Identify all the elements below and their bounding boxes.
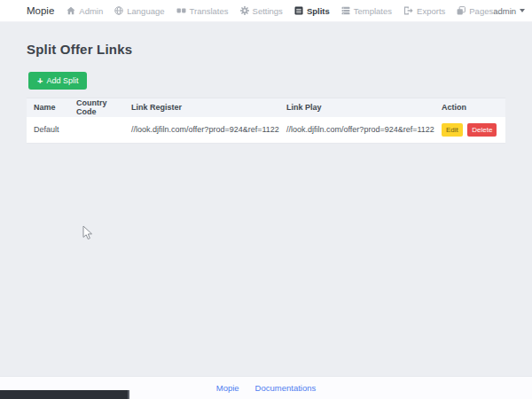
cell-link-register: //look.djfiln.com/offer?prod=924&ref=112… (124, 117, 279, 144)
add-split-button[interactable]: + Add Split (28, 72, 87, 90)
nav-item-translates[interactable]: Translates (176, 6, 229, 16)
stack-icon (341, 6, 350, 15)
column-header-link-play: Link Play (279, 98, 434, 117)
splits-table: Name Country Code Link Register Link Pla… (27, 98, 505, 144)
nav-item-label: Language (127, 6, 164, 16)
footer-link-documentations[interactable]: Documentations (255, 383, 317, 393)
cell-link-play: //look.djfiln.com/offer?prod=924&ref=112… (279, 117, 434, 144)
cell-actions: Edit Delete (434, 117, 505, 144)
user-dropdown-label: admin (493, 6, 516, 16)
add-split-button-label: Add Split (46, 76, 78, 85)
nav-item-language[interactable]: Language (114, 6, 164, 16)
table-row: Default //look.djfiln.com/offer?prod=924… (27, 117, 505, 144)
top-navbar: Mopie Admin Language Translates (0, 0, 532, 22)
cards-icon (176, 6, 186, 15)
main-content: Split Offer Links + Add Split Name Count… (0, 23, 532, 376)
nav-item-label: Pages (469, 6, 493, 16)
column-header-action: Action (434, 98, 505, 117)
nav-item-label: Settings (253, 6, 283, 16)
brand-logo[interactable]: Mopie (27, 5, 54, 16)
gear-icon (240, 6, 249, 15)
nav-item-label: Splits (307, 6, 330, 16)
chevron-down-icon (520, 9, 525, 12)
plus-icon: + (37, 76, 43, 86)
nav-item-splits[interactable]: Splits (294, 6, 330, 16)
nav-item-label: Templates (354, 6, 392, 16)
nav-item-settings[interactable]: Settings (240, 6, 283, 16)
nav-item-label: Translates (190, 6, 229, 16)
nav-item-templates[interactable]: Templates (341, 6, 392, 16)
globe-icon (114, 6, 123, 15)
column-header-country-code: Country Code (69, 98, 124, 117)
nav-item-label: Exports (417, 6, 445, 16)
edit-button[interactable]: Edit (442, 123, 463, 137)
nav-menu: Admin Language Translates (66, 6, 493, 16)
footer-link-mopie[interactable]: Mopie (216, 383, 239, 393)
list-icon (294, 6, 303, 15)
export-icon (403, 6, 413, 15)
nav-item-pages[interactable]: Pages (457, 6, 493, 16)
table-header: Name Country Code Link Register Link Pla… (27, 98, 505, 117)
cell-country-code (69, 117, 124, 144)
home-icon (66, 6, 75, 15)
cell-name: Default (27, 117, 69, 144)
copy-icon (457, 6, 466, 15)
nav-item-exports[interactable]: Exports (403, 6, 445, 16)
page-title: Split Offer Links (27, 42, 532, 57)
nav-item-admin[interactable]: Admin (66, 6, 103, 16)
taskbar-fragment (0, 390, 129, 399)
column-header-name: Name (27, 98, 69, 117)
nav-item-label: Admin (79, 6, 103, 16)
user-dropdown[interactable]: admin (493, 6, 525, 16)
column-header-link-register: Link Register (124, 98, 279, 117)
delete-button[interactable]: Delete (467, 123, 497, 137)
